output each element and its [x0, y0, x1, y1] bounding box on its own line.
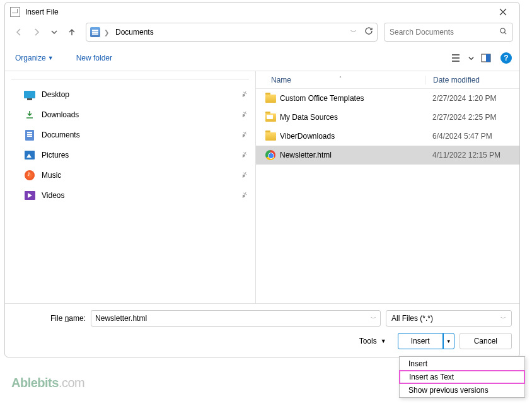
file-row[interactable]: Newsletter.html4/11/2022 12:15 PM: [256, 146, 519, 165]
organize-menu[interactable]: Organize▼: [13, 52, 56, 64]
app-icon: [10, 7, 20, 17]
filetype-filter[interactable]: All Files (*.*)﹀: [386, 310, 512, 327]
sidebar-item-desktop[interactable]: Desktop: [5, 84, 255, 105]
pin-icon: [238, 129, 250, 141]
watermark: Ablebits.com: [11, 376, 84, 390]
downloads-icon: [24, 109, 35, 120]
menu-item-show-previous-versions[interactable]: Show previous versions: [400, 383, 524, 397]
pin-icon: [238, 109, 250, 121]
column-name[interactable]: Name˄: [256, 76, 425, 84]
refresh-button[interactable]: [364, 26, 373, 38]
pin-icon: [238, 190, 250, 202]
forward-button[interactable]: [29, 25, 44, 40]
folder-icon: [265, 113, 276, 122]
preview-pane-button[interactable]: [478, 50, 494, 66]
videos-icon: [25, 191, 35, 200]
sidebar-item-documents[interactable]: Documents: [5, 125, 255, 145]
file-row[interactable]: ViberDownloads6/4/2024 5:47 PM: [256, 127, 519, 146]
search-input[interactable]: [390, 28, 499, 37]
insert-split-button[interactable]: Insert ▼: [398, 333, 454, 349]
menu-item-insert[interactable]: Insert: [400, 357, 524, 371]
new-folder-button[interactable]: New folder: [74, 52, 115, 64]
sidebar-item-music[interactable]: Music: [5, 165, 255, 185]
svg-point-0: [500, 28, 505, 33]
tools-menu[interactable]: Tools▼: [359, 337, 386, 345]
column-header[interactable]: Name˄ Date modified: [256, 71, 519, 89]
recent-dropdown[interactable]: [47, 25, 62, 40]
folder-icon: [265, 95, 276, 103]
search-icon: [499, 26, 507, 38]
chevron-down-icon: ▼: [381, 338, 386, 344]
up-button[interactable]: [64, 25, 79, 40]
pin-icon: [238, 89, 250, 101]
titlebar: Insert File: [5, 3, 519, 21]
file-list: Name˄ Date modified Custom Office Templa…: [256, 71, 519, 303]
chevron-down-icon: ﹀: [500, 315, 506, 323]
insert-button[interactable]: Insert: [398, 333, 443, 349]
sidebar-item-downloads[interactable]: Downloads: [5, 105, 255, 125]
column-date[interactable]: Date modified: [425, 76, 519, 84]
breadcrumb-current[interactable]: Documents: [113, 26, 156, 38]
folder-icon: [265, 132, 276, 141]
view-list-button[interactable]: [448, 50, 463, 66]
window-title: Insert File: [25, 8, 59, 16]
music-icon: [25, 170, 35, 180]
file-row[interactable]: Custom Office Templates2/27/2024 1:20 PM: [256, 89, 519, 108]
pictures-icon: [25, 151, 35, 160]
sidebar: Desktop Downloads Documents Pictures Mus…: [5, 71, 256, 303]
sidebar-item-videos[interactable]: Videos: [5, 185, 255, 206]
address-bar[interactable]: ❯ Documents ﹀: [86, 23, 378, 42]
pin-icon: [238, 149, 250, 161]
address-dropdown[interactable]: ﹀: [350, 28, 357, 37]
search-box[interactable]: [384, 23, 513, 42]
chrome-icon: [265, 150, 275, 160]
footer: File name: ﹀ All Files (*.*)﹀ Tools▼ Ins…: [5, 303, 519, 357]
sort-indicator-icon: ˄: [339, 76, 342, 81]
filename-combo[interactable]: ﹀: [91, 310, 381, 327]
menu-item-insert-as-text[interactable]: Insert as Text: [399, 370, 525, 384]
chevron-down-icon: ▼: [48, 55, 54, 61]
command-bar: Organize▼ New folder ?: [5, 45, 519, 71]
close-icon: [499, 8, 507, 16]
pin-icon: [238, 170, 250, 182]
sidebar-item-pictures[interactable]: Pictures: [5, 145, 255, 165]
back-button[interactable]: [11, 25, 26, 40]
filename-input[interactable]: [95, 314, 371, 323]
insert-dropdown-menu: Insert Insert as Text Show previous vers…: [399, 356, 525, 398]
close-button[interactable]: [490, 4, 516, 20]
chevron-down-icon[interactable]: ﹀: [371, 315, 376, 323]
svg-rect-2: [486, 54, 490, 62]
body-area: Desktop Downloads Documents Pictures Mus…: [5, 71, 519, 303]
filename-label: File name:: [50, 314, 86, 323]
location-icon: [90, 27, 100, 37]
insert-file-dialog: Insert File ❯ Documents ﹀ Organize▼ New …: [4, 2, 520, 357]
cancel-button[interactable]: Cancel: [460, 333, 512, 349]
desktop-icon: [24, 91, 35, 98]
help-button[interactable]: ?: [500, 52, 512, 64]
sidebar-divider: [11, 79, 249, 79]
nav-row: ❯ Documents ﹀: [5, 21, 519, 45]
documents-icon: [25, 130, 34, 141]
insert-dropdown-arrow[interactable]: ▼: [443, 333, 454, 349]
view-dropdown[interactable]: [467, 50, 475, 66]
file-row[interactable]: My Data Sources2/27/2024 2:25 PM: [256, 108, 519, 127]
chevron-right-icon: ❯: [104, 29, 109, 36]
